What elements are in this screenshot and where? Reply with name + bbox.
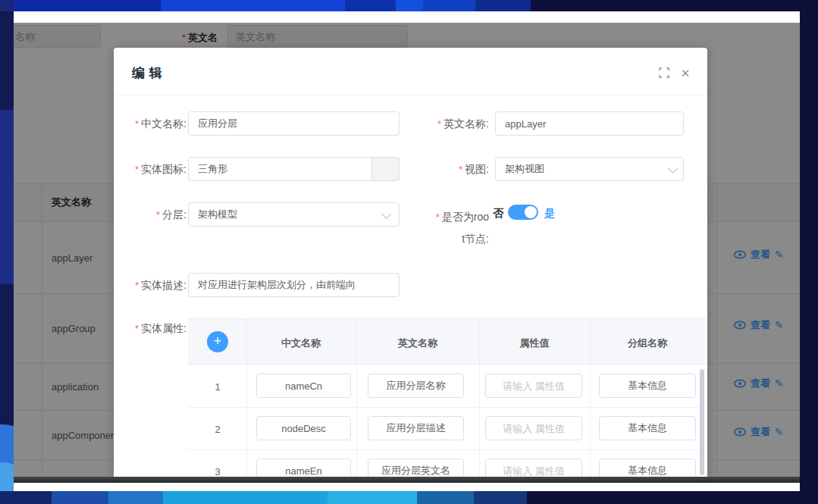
layer-label: *分层:: [114, 208, 186, 222]
decor-curve: [0, 462, 14, 491]
attr-cn-input[interactable]: [256, 374, 351, 398]
required-mark: *: [135, 280, 139, 291]
required-mark: *: [156, 209, 160, 221]
attr-cn-input[interactable]: [256, 459, 351, 477]
attr-group-input[interactable]: [599, 459, 696, 477]
entity-icon-label: *实体图标:: [114, 163, 186, 177]
desktop-bottom-band: [0, 491, 818, 504]
desktop-right-band: [800, 0, 818, 504]
divider: [356, 318, 357, 477]
attr-en-input[interactable]: [368, 416, 464, 440]
required-mark: *: [459, 164, 462, 175]
icon-picker-suffix[interactable]: [371, 157, 400, 181]
view-select[interactable]: [495, 157, 684, 181]
cn-name-input[interactable]: [188, 111, 400, 136]
is-root-label: *是否为roo t节点:: [416, 206, 489, 249]
required-mark: *: [437, 118, 441, 130]
attr-value-input[interactable]: [485, 416, 582, 440]
table-scrollbar[interactable]: [700, 369, 704, 475]
edit-modal: 编辑 ✕ *中文名称: *英文名称: *实体图标: *视图:: [114, 48, 707, 477]
attr-en-input[interactable]: [368, 459, 464, 477]
entity-desc-label: *实体描述:: [114, 279, 186, 293]
required-mark: *: [135, 323, 139, 334]
switch-off-text: 否: [493, 207, 503, 221]
col-header-cn-name: 中文名称: [255, 337, 346, 350]
attr-group-input[interactable]: [599, 416, 696, 440]
decor-patch: [0, 110, 14, 284]
view-label: *视图:: [416, 163, 489, 177]
required-mark: *: [135, 118, 139, 130]
attribute-table: + 中文名称 英文名称 属性值 分组名称 1 2 3: [188, 318, 706, 477]
attr-group-input[interactable]: [599, 374, 696, 398]
divider: [246, 318, 247, 477]
screenshot-bottom-bar: [14, 477, 800, 483]
layer-select[interactable]: [188, 202, 400, 227]
switch-on-text: 是: [544, 207, 555, 221]
desktop-left-band: [0, 11, 14, 491]
attr-value-input[interactable]: [485, 374, 582, 398]
row-number: 3: [202, 466, 233, 477]
desktop-top-band: [0, 0, 818, 11]
add-attribute-button[interactable]: +: [207, 331, 228, 352]
en-name-label: *英文名称:: [416, 117, 489, 131]
divider: [114, 95, 707, 95]
entity-attrs-label: *实体属性:: [114, 322, 186, 336]
attr-cn-input[interactable]: [256, 416, 351, 440]
is-root-toggle[interactable]: [508, 205, 538, 220]
divider: [188, 449, 706, 450]
app-window: *英文名 英文名称 appLayer appGroup application …: [14, 11, 800, 491]
required-mark: *: [436, 211, 440, 223]
divider: [479, 318, 480, 477]
close-icon[interactable]: ✕: [680, 67, 691, 78]
required-mark: *: [135, 164, 139, 175]
col-header-attr-value: 属性值: [489, 337, 580, 350]
modal-title: 编辑: [132, 64, 167, 82]
entity-desc-input[interactable]: [188, 273, 400, 297]
en-name-input[interactable]: [495, 111, 684, 136]
attr-value-input[interactable]: [485, 459, 582, 477]
divider: [590, 318, 591, 477]
divider: [188, 407, 706, 408]
cn-name-label: *中文名称:: [114, 117, 186, 131]
toggle-knob: [525, 206, 537, 218]
col-header-group-name: 分组名称: [602, 337, 693, 350]
entity-icon-input[interactable]: [188, 157, 400, 181]
row-number: 1: [202, 381, 233, 393]
col-header-en-name: 英文名称: [372, 337, 463, 350]
attr-en-input[interactable]: [368, 374, 464, 398]
fullscreen-icon[interactable]: [659, 67, 669, 78]
row-number: 2: [202, 424, 233, 435]
